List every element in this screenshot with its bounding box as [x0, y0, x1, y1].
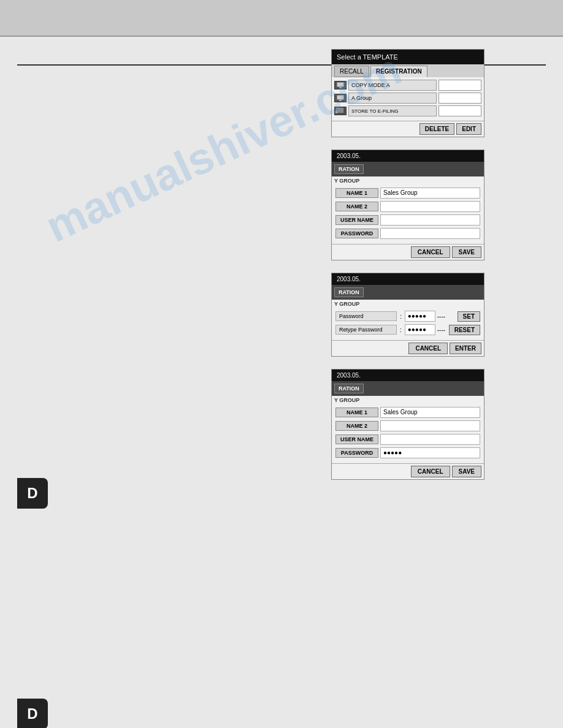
panel1-header: Select a TEMPLATE [332, 50, 484, 64]
panel1-tabs: RECALL REGISTRATION [332, 64, 484, 77]
retype-value[interactable]: ●●●●● [405, 324, 435, 335]
username-value-4[interactable] [380, 434, 480, 445]
item-value-2[interactable] [439, 93, 481, 104]
reg-row-name1: NAME 1 Sales Group [335, 188, 480, 199]
panel3-footer: CANCEL ENTER [332, 340, 484, 356]
panel2-footer: CANCEL SAVE [332, 244, 484, 260]
pwd-colon-1: : [399, 313, 403, 320]
set-button[interactable]: SET [458, 311, 480, 322]
panel4-body: NAME 1 Sales Group NAME 2 USER NAME PASS… [332, 404, 484, 463]
monitor-icon [334, 81, 347, 89]
svg-rect-3 [339, 100, 342, 101]
username-value[interactable] [380, 214, 480, 226]
panel2-body: NAME 1 Sales Group NAME 2 USER NAME PASS… [332, 185, 484, 244]
reg-row-name1-4: NAME 1 Sales Group [335, 407, 480, 418]
reg-row-username-4: USER NAME [335, 434, 480, 445]
password-panel-3: 2003.05. RATION Y GROUP Password : ●●●●●… [331, 273, 484, 357]
password-label: PASSWORD [335, 229, 378, 238]
name1-value[interactable]: Sales Group [380, 188, 480, 199]
username-label-4: USER NAME [335, 434, 378, 444]
panel4-header: 2003.05. [332, 370, 484, 381]
panel4-footer: CANCEL SAVE [332, 463, 484, 479]
item-value-3[interactable] [439, 105, 481, 116]
item-label-3: STORE TO E-FILING [348, 105, 437, 116]
select-template-panel: Select a TEMPLATE RECALL REGISTRATION CO… [331, 49, 484, 137]
panel4-subtitle: Y GROUP [332, 396, 484, 404]
username-label: USER NAME [335, 215, 378, 225]
name1-label-4: NAME 1 [335, 408, 378, 417]
name2-label: NAME 2 [335, 202, 378, 211]
spacer: ---- [437, 313, 456, 320]
name1-label: NAME 1 [335, 188, 378, 198]
panel3-header: 2003.05. [332, 273, 484, 285]
delete-button[interactable]: DELETE [419, 123, 454, 135]
top-header [0, 0, 563, 37]
reg-row-name2-4: NAME 2 [335, 420, 480, 431]
save-button-2[interactable]: SAVE [452, 246, 482, 258]
panel3-date: 2003.05. [337, 276, 361, 282]
retype-label: Retype Password [335, 325, 397, 335]
password-row: Password : ●●●●● ---- SET [335, 311, 480, 322]
item-label-1: COPY MODE A [348, 80, 437, 91]
panel1-list: COPY MODE A A Group E STORE TO E-FILING [332, 77, 484, 121]
list-item[interactable]: COPY MODE A [334, 80, 481, 91]
pwd-label: Password [335, 311, 397, 321]
cancel-button-4[interactable]: CANCEL [411, 466, 450, 477]
retype-password-row: Retype Password : ●●●●● ---- RESET [335, 324, 480, 335]
panels-area: Select a TEMPLATE RECALL REGISTRATION CO… [331, 49, 488, 492]
edit-button[interactable]: EDIT [456, 123, 481, 135]
name2-label-4: NAME 2 [335, 421, 378, 431]
panel2-date: 2003.05. [337, 153, 361, 159]
panel3-tag: RATION [334, 287, 364, 297]
password-value[interactable] [380, 228, 480, 239]
cancel-button-3[interactable]: CANCEL [408, 343, 448, 354]
reset-button[interactable]: RESET [449, 325, 480, 335]
list-item[interactable]: A Group [334, 93, 481, 104]
enter-button-3[interactable]: ENTER [450, 343, 481, 354]
list-item[interactable]: E STORE TO E-FILING [334, 105, 481, 116]
pwd-colon-2: : [399, 327, 403, 333]
svg-rect-0 [337, 82, 344, 87]
item-value-1[interactable] [439, 80, 481, 91]
password-label-4: PASSWORD [335, 448, 378, 458]
save-button-4[interactable]: SAVE [452, 466, 482, 477]
panel4-date: 2003.05. [337, 372, 361, 379]
reg-row-password-4: PASSWORD ●●●●● [335, 447, 480, 458]
panel3-subtitle: Y GROUP [332, 300, 484, 308]
reg-row-username: USER NAME [335, 214, 480, 226]
name2-value[interactable] [380, 201, 480, 212]
panel3-body: Password : ●●●●● ---- SET Retype Passwor… [332, 308, 484, 340]
section-marker-d: D [17, 478, 48, 509]
reg-row-name2: NAME 2 [335, 201, 480, 212]
panel2-tag: RATION [334, 164, 364, 174]
tab-registration[interactable]: REGISTRATION [370, 66, 427, 77]
section-marker-d2: D [17, 699, 48, 728]
cancel-button-2[interactable]: CANCEL [411, 246, 450, 258]
name2-value-4[interactable] [380, 420, 480, 431]
store-icon: E [334, 107, 347, 115]
spacer2: ---- [437, 327, 447, 333]
name1-value-4[interactable]: Sales Group [380, 407, 480, 418]
panel2-subtitle: Y GROUP [332, 176, 484, 185]
tab-recall[interactable]: RECALL [334, 66, 369, 77]
panel1-footer: DELETE EDIT [332, 121, 484, 137]
panel2-header: 2003.05. [332, 150, 484, 162]
pwd-value[interactable]: ●●●●● [405, 311, 435, 322]
panel4-tag: RATION [334, 384, 364, 393]
reg-row-password: PASSWORD [335, 228, 480, 239]
svg-rect-1 [339, 87, 342, 88]
item-label-2: A Group [348, 93, 437, 104]
registration-panel-2: 2003.05. RATION Y GROUP NAME 1 Sales Gro… [331, 150, 484, 260]
registration-panel-4: 2003.05. RATION Y GROUP NAME 1 Sales Gro… [331, 369, 484, 480]
monitor-icon-2 [334, 94, 347, 102]
svg-rect-2 [337, 95, 344, 100]
password-value-4[interactable]: ●●●●● [380, 447, 480, 458]
